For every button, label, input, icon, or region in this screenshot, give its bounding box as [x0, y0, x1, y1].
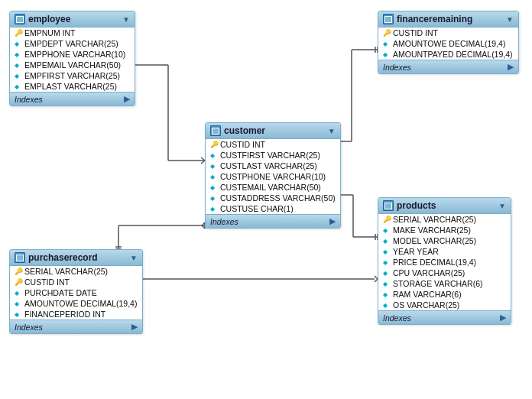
- table-row: 🔑 SERIAL VARCHAR(25): [378, 214, 511, 225]
- employee-dropdown-icon[interactable]: ▼: [122, 15, 130, 24]
- diamond-icon: ◆: [210, 195, 218, 202]
- field-text: CUSTLAST VARCHAR(25): [220, 161, 317, 170]
- purchaserecord-indexes-label: Indexes: [15, 323, 43, 332]
- diamond-icon: ◆: [15, 41, 22, 47]
- field-text: EMPFIRST VARCHAR(25): [24, 71, 120, 80]
- diamond-icon: ◆: [15, 73, 22, 79]
- customer-header: customer ▼: [206, 123, 340, 139]
- field-text: PRICE DECIMAL(19,4): [393, 258, 476, 267]
- purchaserecord-footer-arrow: ▶: [131, 322, 138, 332]
- table-row: ◆ STORAGE VARCHAR(6): [378, 278, 511, 289]
- table-products: products ▼ 🔑 SERIAL VARCHAR(25) ◆ MAKE V…: [378, 197, 511, 325]
- diamond-icon: ◆: [210, 184, 218, 191]
- diamond-icon: ◆: [15, 62, 22, 69]
- purchaserecord-dropdown-icon[interactable]: ▼: [130, 254, 138, 262]
- financeremaining-footer[interactable]: Indexes ▶: [378, 60, 518, 73]
- table-row: ◆ YEAR YEAR: [378, 246, 511, 257]
- table-row: 🔑 CUSTID INT: [10, 277, 142, 287]
- table-row: ◆ AMOUNTOWE DECIMAL(19,4): [10, 298, 142, 309]
- diamond-icon: ◆: [383, 259, 391, 266]
- customer-indexes-label: Indexes: [210, 217, 238, 226]
- key-icon: 🔑: [383, 29, 391, 37]
- table-row: ◆ EMPFIRST VARCHAR(25): [10, 70, 135, 81]
- products-header: products ▼: [378, 198, 511, 214]
- diamond-icon: ◆: [383, 281, 391, 287]
- field-text: MAKE VARCHAR(25): [393, 225, 471, 235]
- table-row: ◆ OS VARCHAR(25): [378, 300, 511, 310]
- table-row: 🔑 EMPNUM INT: [10, 28, 135, 38]
- table-row: 🔑 CUSTID INT: [378, 28, 518, 38]
- field-text: CUSTEMAIL VARCHAR(50): [220, 183, 321, 192]
- field-text: MODEL VARCHAR(25): [393, 236, 476, 245]
- field-text: CUSTID INT: [220, 140, 265, 149]
- employee-indexes-label: Indexes: [15, 95, 43, 104]
- field-text: SERIAL VARCHAR(25): [24, 267, 108, 276]
- table-row: ◆ MAKE VARCHAR(25): [378, 225, 511, 235]
- employee-footer[interactable]: Indexes ▶: [10, 92, 135, 105]
- field-text: FINANCEPERIOD INT: [24, 310, 105, 319]
- field-text: EMPLAST VARCHAR(25): [24, 82, 117, 91]
- diamond-icon: ◆: [383, 238, 391, 245]
- table-row: 🔑 CUSTID INT: [206, 139, 340, 150]
- financeremaining-dropdown-icon[interactable]: ▼: [506, 15, 514, 24]
- field-text: CUSTID INT: [393, 28, 438, 37]
- products-footer-arrow: ▶: [500, 313, 506, 323]
- diamond-icon: ◆: [383, 302, 391, 309]
- diamond-icon: ◆: [15, 51, 22, 58]
- products-table-icon: [383, 200, 394, 211]
- customer-footer[interactable]: Indexes ▶: [206, 214, 340, 228]
- field-text: SERIAL VARCHAR(25): [393, 215, 476, 224]
- purchaserecord-table-name: purchaserecord: [28, 252, 127, 263]
- key-icon: 🔑: [210, 141, 218, 148]
- table-row: ◆ MODEL VARCHAR(25): [378, 235, 511, 246]
- financeremaining-table-name: financeremaining: [397, 14, 503, 24]
- purchaserecord-table-icon: [15, 252, 25, 263]
- field-text: CPU VARCHAR(25): [393, 268, 465, 277]
- diamond-icon: ◆: [383, 248, 391, 255]
- table-row: ◆ EMPDEPT VARCHAR(25): [10, 38, 135, 49]
- table-row: ◆ CUSTEMAIL VARCHAR(50): [206, 182, 340, 193]
- table-row: ◆ EMPEMAIL VARCHAR(50): [10, 60, 135, 70]
- table-financeremaining: financeremaining ▼ 🔑 CUSTID INT ◆ AMOUNT…: [378, 11, 519, 74]
- table-purchaserecord: purchaserecord ▼ 🔑 SERIAL VARCHAR(25) 🔑 …: [9, 249, 143, 334]
- products-indexes-label: Indexes: [383, 313, 411, 323]
- diamond-icon: ◆: [210, 206, 218, 212]
- table-row: ◆ CUSTPHONE VARCHAR(10): [206, 171, 340, 182]
- financeremaining-header: financeremaining ▼: [378, 11, 518, 28]
- table-row: ◆ EMPPHONE VARCHAR(10): [10, 49, 135, 60]
- table-row: ◆ CUSTFIRST VARCHAR(25): [206, 150, 340, 161]
- key-icon: 🔑: [383, 216, 391, 223]
- field-text: CUSTFIRST VARCHAR(25): [220, 151, 320, 160]
- diamond-icon: ◆: [383, 51, 391, 58]
- field-text: AMOUNTPAYED DECIMAL(19,4): [393, 50, 513, 59]
- products-footer[interactable]: Indexes ▶: [378, 310, 511, 324]
- customer-footer-arrow: ▶: [329, 216, 336, 226]
- purchaserecord-footer[interactable]: Indexes ▶: [10, 320, 142, 333]
- field-text: AMOUNTOWE DECIMAL(19,4): [24, 299, 137, 308]
- diamond-icon: ◆: [383, 270, 391, 277]
- field-text: STORAGE VARCHAR(6): [393, 279, 482, 288]
- products-dropdown-icon[interactable]: ▼: [498, 202, 506, 210]
- field-text: EMPPHONE VARCHAR(10): [24, 50, 125, 59]
- diamond-icon: ◆: [15, 290, 22, 297]
- employee-footer-arrow: ▶: [124, 94, 130, 104]
- table-row: ◆ CUSTADDRESS VARCHAR(50): [206, 193, 340, 203]
- table-row: ◆ CUSTUSE CHAR(1): [206, 203, 340, 214]
- table-row: ◆ CPU VARCHAR(25): [378, 268, 511, 278]
- diamond-icon: ◆: [210, 152, 218, 159]
- products-table-name: products: [397, 200, 495, 211]
- field-text: CUSTUSE CHAR(1): [220, 204, 294, 213]
- table-row: ◆ RAM VARCHAR(6): [378, 289, 511, 300]
- employee-header: employee ▼: [10, 11, 135, 28]
- table-row: ◆ PURCHDATE DATE: [10, 287, 142, 298]
- financeremaining-footer-arrow: ▶: [508, 62, 514, 72]
- field-text: AMOUNTOWE DECIMAL(19,4): [393, 39, 505, 48]
- customer-dropdown-icon[interactable]: ▼: [328, 127, 336, 135]
- diamond-icon: ◆: [15, 311, 22, 318]
- table-row: ◆ FINANCEPERIOD INT: [10, 309, 142, 320]
- diamond-icon: ◆: [383, 291, 391, 298]
- table-row: ◆ AMOUNTPAYED DECIMAL(19,4): [378, 49, 518, 60]
- diamond-icon: ◆: [383, 41, 391, 47]
- field-text: PURCHDATE DATE: [24, 288, 97, 297]
- employee-table-icon: [15, 14, 25, 24]
